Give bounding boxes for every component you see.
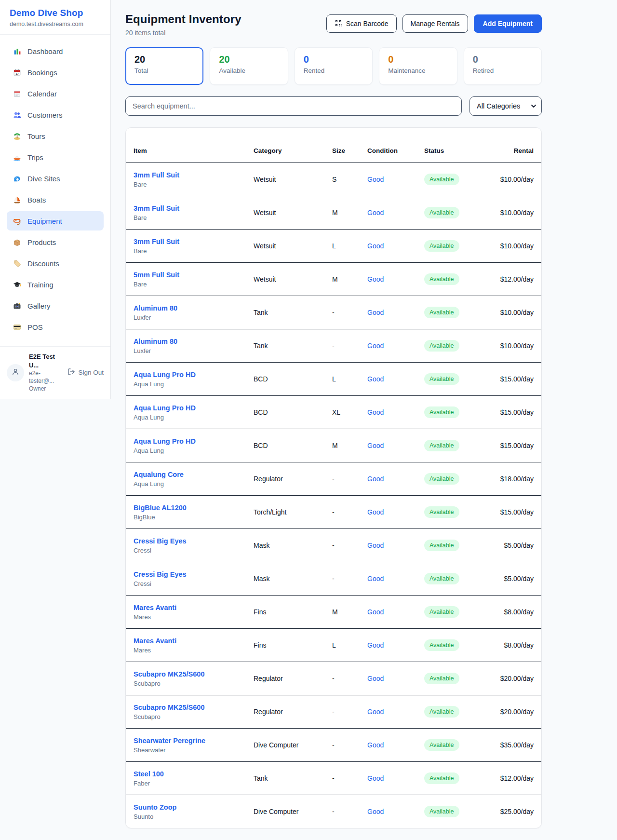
condition-link[interactable]: Good [367, 575, 384, 583]
category-select[interactable]: All Categories [469, 96, 542, 116]
item-cell: Aqua Lung Pro HD Aqua Lung [134, 437, 254, 454]
stats-row: 20 Total 20 Available 0 Rented 0 Mainten… [125, 47, 542, 85]
item-name-link[interactable]: Steel 100 [134, 770, 164, 778]
table-row[interactable]: Aqua Lung Pro HD Aqua Lung BCD XL Good A… [126, 395, 541, 429]
size-cell: M [332, 608, 367, 616]
condition-link[interactable]: Good [367, 708, 384, 716]
sidebar-item-label: Dashboard [27, 47, 63, 55]
sidebar-item-trips[interactable]: Trips [7, 148, 104, 167]
item-name-link[interactable]: 3mm Full Suit [134, 171, 179, 179]
table-row[interactable]: Mares Avanti Mares Fins L Good Available… [126, 628, 541, 662]
table-row[interactable]: Aluminum 80 Luxfer Tank - Good Available… [126, 329, 541, 362]
scan-barcode-button[interactable]: Scan Barcode [326, 14, 397, 33]
item-name-link[interactable]: Suunto Zoop [134, 803, 176, 811]
table-row[interactable]: 3mm Full Suit Bare Wetsuit S Good Availa… [126, 163, 541, 196]
condition-link[interactable]: Good [367, 176, 384, 183]
sidebar-item-calendar[interactable]: Calendar [7, 84, 104, 103]
sidebar-item-training[interactable]: Training [7, 275, 104, 294]
condition-link[interactable]: Good [367, 375, 384, 383]
condition-link[interactable]: Good [367, 774, 384, 782]
item-name-link[interactable]: Aqualung Core [134, 471, 184, 478]
table-row[interactable]: Aqualung Core Aqua Lung Regulator - Good… [126, 462, 541, 495]
sidebar-item-products[interactable]: Products [7, 232, 104, 252]
status-badge: Available [424, 506, 459, 518]
table-row[interactable]: 3mm Full Suit Bare Wetsuit M Good Availa… [126, 196, 541, 229]
add-equipment-button[interactable]: Add Equipment [474, 14, 542, 33]
table-row[interactable]: Cressi Big Eyes Cressi Mask - Good Avail… [126, 528, 541, 562]
condition-link[interactable]: Good [367, 209, 384, 217]
sidebar-item-dive-sites[interactable]: Dive Sites [7, 169, 104, 188]
condition-link[interactable]: Good [367, 542, 384, 549]
table-row[interactable]: 5mm Full Suit Bare Wetsuit M Good Availa… [126, 262, 541, 296]
table-row[interactable]: Scubapro MK25/S600 Scubapro Regulator - … [126, 662, 541, 695]
item-name-link[interactable]: 3mm Full Suit [134, 204, 179, 212]
condition-link[interactable]: Good [367, 442, 384, 449]
item-name-link[interactable]: Cressi Big Eyes [134, 537, 187, 545]
condition-link[interactable]: Good [367, 309, 384, 316]
item-name-link[interactable]: Scubapro MK25/S600 [134, 670, 204, 678]
condition-link[interactable]: Good [367, 508, 384, 516]
condition-link[interactable]: Good [367, 641, 384, 649]
status-badge: Available [424, 307, 459, 318]
item-name-link[interactable]: Scubapro MK25/S600 [134, 704, 204, 711]
table-row[interactable]: Aluminum 80 Luxfer Tank - Good Available… [126, 296, 541, 329]
table-row[interactable]: Cressi Big Eyes Cressi Mask - Good Avail… [126, 562, 541, 595]
item-name-link[interactable]: Aqua Lung Pro HD [134, 437, 196, 445]
table-row[interactable]: Aqua Lung Pro HD Aqua Lung BCD L Good Av… [126, 362, 541, 395]
item-name-link[interactable]: Mares Avanti [134, 637, 176, 645]
table-row[interactable]: Suunto Zoop Suunto Dive Computer - Good … [126, 795, 541, 828]
manage-rentals-button[interactable]: Manage Rentals [402, 14, 468, 33]
sidebar-item-label: Products [27, 238, 56, 246]
condition-link[interactable]: Good [367, 608, 384, 616]
item-name-link[interactable]: 5mm Full Suit [134, 271, 179, 279]
item-name-link[interactable]: Mares Avanti [134, 604, 176, 611]
sidebar-item-customers[interactable]: Customers [7, 105, 104, 124]
table-row[interactable]: Mares Avanti Mares Fins M Good Available… [126, 595, 541, 628]
condition-link[interactable]: Good [367, 808, 384, 815]
sign-out-label: Sign Out [78, 369, 104, 376]
sign-out-button[interactable]: Sign Out [67, 368, 104, 377]
table-row[interactable]: Scubapro MK25/S600 Scubapro Regulator - … [126, 695, 541, 728]
rental-cell: $10.00/day [492, 209, 534, 217]
condition-link[interactable]: Good [367, 242, 384, 250]
category-cell: Dive Computer [254, 808, 332, 815]
stat-card-maintenance[interactable]: 0 Maintenance [379, 47, 457, 85]
item-name-link[interactable]: Aluminum 80 [134, 304, 177, 312]
item-name-link[interactable]: Aqua Lung Pro HD [134, 404, 196, 412]
condition-link[interactable]: Good [367, 408, 384, 416]
condition-link[interactable]: Good [367, 475, 384, 483]
sidebar-item-equipment[interactable]: Equipment [7, 211, 104, 230]
stat-card-available[interactable]: 20 Available [210, 47, 288, 85]
sidebar-item-pos[interactable]: POS [7, 317, 104, 337]
category-cell: Fins [254, 608, 332, 616]
sidebar-item-discounts[interactable]: Discounts [7, 254, 104, 273]
condition-link[interactable]: Good [367, 275, 384, 283]
rental-cell: $20.00/day [492, 675, 534, 682]
condition-link[interactable]: Good [367, 741, 384, 749]
table-row[interactable]: BigBlue AL1200 BigBlue Torch/Light - Goo… [126, 495, 541, 528]
item-name-link[interactable]: Aluminum 80 [134, 338, 177, 345]
search-input[interactable] [125, 96, 462, 116]
condition-link[interactable]: Good [367, 342, 384, 350]
item-name-link[interactable]: Cressi Big Eyes [134, 570, 187, 578]
table-row[interactable]: Aqua Lung Pro HD Aqua Lung BCD M Good Av… [126, 429, 541, 462]
sidebar-item-tours[interactable]: Tours [7, 126, 104, 146]
table-row[interactable]: Steel 100 Faber Tank - Good Available $1… [126, 761, 541, 795]
item-name-link[interactable]: 3mm Full Suit [134, 238, 179, 245]
stat-card-retired[interactable]: 0 Retired [464, 47, 542, 85]
sidebar-item-bookings[interactable]: 17 Bookings [7, 63, 104, 82]
column-header-item: Item [134, 147, 254, 154]
sidebar-item-dashboard[interactable]: Dashboard [7, 41, 104, 61]
condition-link[interactable]: Good [367, 675, 384, 682]
stat-card-rented[interactable]: 0 Rented [295, 47, 373, 85]
item-name-link[interactable]: BigBlue AL1200 [134, 504, 187, 512]
item-name-link[interactable]: Shearwater Peregrine [134, 737, 205, 745]
stat-card-total[interactable]: 20 Total [125, 47, 203, 85]
sidebar-item-gallery[interactable]: Gallery [7, 296, 104, 315]
item-name-link[interactable]: Aqua Lung Pro HD [134, 371, 196, 379]
table-row[interactable]: 3mm Full Suit Bare Wetsuit L Good Availa… [126, 229, 541, 262]
size-cell: M [332, 275, 367, 283]
sidebar-item-boats[interactable]: Boats [7, 190, 104, 209]
table-row[interactable]: Shearwater Peregrine Shearwater Dive Com… [126, 728, 541, 761]
scan-barcode-label: Scan Barcode [346, 20, 389, 27]
